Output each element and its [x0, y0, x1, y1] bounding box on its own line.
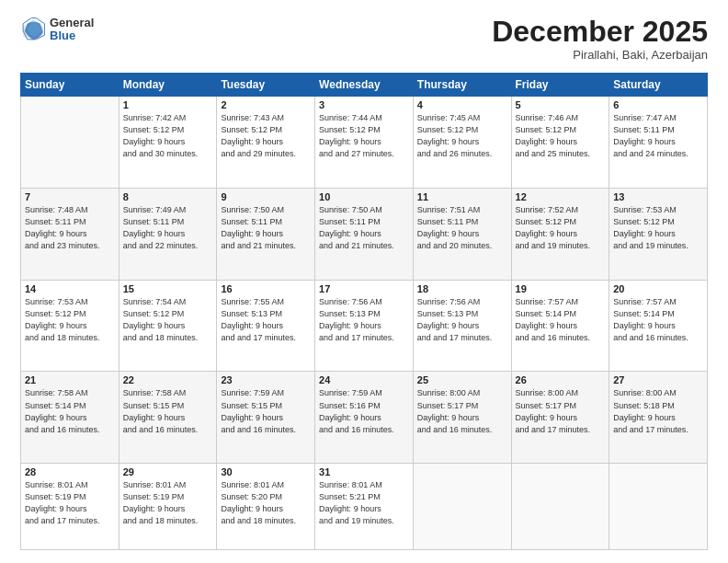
- table-row: [413, 464, 511, 550]
- day-number: 28: [25, 466, 115, 477]
- cell-content: Sunrise: 8:01 AMSunset: 5:21 PMDaylight:…: [319, 479, 409, 527]
- table-row: 28Sunrise: 8:01 AMSunset: 5:19 PMDayligh…: [21, 464, 119, 550]
- cell-content: Sunrise: 7:50 AMSunset: 5:11 PMDaylight:…: [319, 204, 409, 252]
- table-row: 5Sunrise: 7:46 AMSunset: 5:12 PMDaylight…: [511, 97, 609, 189]
- cell-content: Sunrise: 7:52 AMSunset: 5:12 PMDaylight:…: [516, 204, 606, 252]
- day-number: 13: [613, 191, 703, 202]
- table-row: 21Sunrise: 7:58 AMSunset: 5:14 PMDayligh…: [21, 372, 119, 464]
- table-row: 29Sunrise: 8:01 AMSunset: 5:19 PMDayligh…: [119, 464, 217, 550]
- table-row: 6Sunrise: 7:47 AMSunset: 5:11 PMDaylight…: [609, 97, 708, 189]
- table-row: 26Sunrise: 8:00 AMSunset: 5:17 PMDayligh…: [511, 372, 609, 464]
- col-thursday: Thursday: [413, 74, 511, 97]
- day-number: 20: [613, 283, 703, 294]
- day-number: 9: [221, 191, 311, 202]
- table-row: [511, 464, 609, 550]
- table-row: 15Sunrise: 7:54 AMSunset: 5:12 PMDayligh…: [119, 280, 217, 372]
- day-number: 26: [516, 374, 606, 385]
- cell-content: Sunrise: 7:58 AMSunset: 5:14 PMDaylight:…: [25, 387, 115, 435]
- table-row: [21, 97, 119, 189]
- day-number: 1: [123, 99, 213, 110]
- day-number: 6: [613, 99, 703, 110]
- day-number: 21: [25, 374, 115, 385]
- table-row: 13Sunrise: 7:53 AMSunset: 5:12 PMDayligh…: [609, 188, 708, 280]
- table-row: 17Sunrise: 7:56 AMSunset: 5:13 PMDayligh…: [315, 280, 414, 372]
- table-row: 27Sunrise: 8:00 AMSunset: 5:18 PMDayligh…: [609, 372, 708, 464]
- cell-content: Sunrise: 7:48 AMSunset: 5:11 PMDaylight:…: [25, 204, 115, 252]
- table-row: 4Sunrise: 7:45 AMSunset: 5:12 PMDaylight…: [413, 97, 511, 189]
- cell-content: Sunrise: 8:01 AMSunset: 5:19 PMDaylight:…: [123, 479, 213, 527]
- cell-content: Sunrise: 7:57 AMSunset: 5:14 PMDaylight:…: [516, 296, 606, 344]
- table-row: [609, 464, 708, 550]
- day-number: 24: [319, 374, 409, 385]
- col-sunday: Sunday: [21, 74, 119, 97]
- col-saturday: Saturday: [609, 74, 708, 97]
- day-number: 15: [123, 283, 213, 294]
- month-title: December 2025: [492, 17, 708, 46]
- day-number: 2: [221, 99, 311, 110]
- col-wednesday: Wednesday: [315, 74, 414, 97]
- cell-content: Sunrise: 7:59 AMSunset: 5:16 PMDaylight:…: [319, 387, 409, 435]
- cell-content: Sunrise: 8:01 AMSunset: 5:20 PMDaylight:…: [221, 479, 311, 527]
- cell-content: Sunrise: 7:57 AMSunset: 5:14 PMDaylight:…: [613, 296, 703, 344]
- cell-content: Sunrise: 7:46 AMSunset: 5:12 PMDaylight:…: [516, 112, 606, 160]
- day-number: 22: [123, 374, 213, 385]
- day-number: 23: [221, 374, 311, 385]
- logo-general-text: General: [50, 17, 94, 29]
- cell-content: Sunrise: 7:50 AMSunset: 5:11 PMDaylight:…: [221, 204, 311, 252]
- day-number: 11: [417, 191, 507, 202]
- table-row: 12Sunrise: 7:52 AMSunset: 5:12 PMDayligh…: [511, 188, 609, 280]
- cell-content: Sunrise: 8:00 AMSunset: 5:18 PMDaylight:…: [613, 387, 703, 435]
- table-row: 14Sunrise: 7:53 AMSunset: 5:12 PMDayligh…: [21, 280, 119, 372]
- col-monday: Monday: [119, 74, 217, 97]
- table-row: 18Sunrise: 7:56 AMSunset: 5:13 PMDayligh…: [413, 280, 511, 372]
- cell-content: Sunrise: 7:53 AMSunset: 5:12 PMDaylight:…: [613, 204, 703, 252]
- day-number: 10: [319, 191, 409, 202]
- cell-content: Sunrise: 8:01 AMSunset: 5:19 PMDaylight:…: [25, 479, 115, 527]
- day-number: 29: [123, 466, 213, 477]
- col-tuesday: Tuesday: [217, 74, 315, 97]
- table-row: 20Sunrise: 7:57 AMSunset: 5:14 PMDayligh…: [609, 280, 708, 372]
- table-row: 30Sunrise: 8:01 AMSunset: 5:20 PMDayligh…: [217, 464, 315, 550]
- day-number: 16: [221, 283, 311, 294]
- logo-blue-text: Blue: [50, 29, 94, 42]
- cell-content: Sunrise: 7:54 AMSunset: 5:12 PMDaylight:…: [123, 296, 213, 344]
- table-row: 9Sunrise: 7:50 AMSunset: 5:11 PMDaylight…: [217, 188, 315, 280]
- table-row: 7Sunrise: 7:48 AMSunset: 5:11 PMDaylight…: [21, 188, 119, 280]
- cell-content: Sunrise: 7:55 AMSunset: 5:13 PMDaylight:…: [221, 296, 311, 344]
- day-number: 4: [417, 99, 507, 110]
- day-number: 17: [319, 283, 409, 294]
- day-number: 25: [417, 374, 507, 385]
- day-number: 27: [613, 374, 703, 385]
- cell-content: Sunrise: 7:56 AMSunset: 5:13 PMDaylight:…: [417, 296, 507, 344]
- logo-text: General Blue: [50, 17, 94, 43]
- table-row: 3Sunrise: 7:44 AMSunset: 5:12 PMDaylight…: [315, 97, 414, 189]
- logo-icon: [20, 17, 46, 42]
- cell-content: Sunrise: 7:56 AMSunset: 5:13 PMDaylight:…: [319, 296, 409, 344]
- cell-content: Sunrise: 7:59 AMSunset: 5:15 PMDaylight:…: [221, 387, 311, 435]
- cell-content: Sunrise: 7:45 AMSunset: 5:12 PMDaylight:…: [417, 112, 507, 160]
- cell-content: Sunrise: 7:53 AMSunset: 5:12 PMDaylight:…: [25, 296, 115, 344]
- table-row: 1Sunrise: 7:42 AMSunset: 5:12 PMDaylight…: [119, 97, 217, 189]
- day-number: 31: [319, 466, 409, 477]
- cell-content: Sunrise: 8:00 AMSunset: 5:17 PMDaylight:…: [417, 387, 507, 435]
- cell-content: Sunrise: 7:51 AMSunset: 5:11 PMDaylight:…: [417, 204, 507, 252]
- logo: General Blue: [20, 17, 94, 43]
- day-number: 7: [25, 191, 115, 202]
- day-number: 3: [319, 99, 409, 110]
- table-row: 31Sunrise: 8:01 AMSunset: 5:21 PMDayligh…: [315, 464, 414, 550]
- cell-content: Sunrise: 7:49 AMSunset: 5:11 PMDaylight:…: [123, 204, 213, 252]
- table-row: 2Sunrise: 7:43 AMSunset: 5:12 PMDaylight…: [217, 97, 315, 189]
- table-row: 24Sunrise: 7:59 AMSunset: 5:16 PMDayligh…: [315, 372, 414, 464]
- cell-content: Sunrise: 7:43 AMSunset: 5:12 PMDaylight:…: [221, 112, 311, 160]
- cell-content: Sunrise: 7:58 AMSunset: 5:15 PMDaylight:…: [123, 387, 213, 435]
- cell-content: Sunrise: 8:00 AMSunset: 5:17 PMDaylight:…: [516, 387, 606, 435]
- table-row: 16Sunrise: 7:55 AMSunset: 5:13 PMDayligh…: [217, 280, 315, 372]
- table-row: 19Sunrise: 7:57 AMSunset: 5:14 PMDayligh…: [511, 280, 609, 372]
- day-number: 30: [221, 466, 311, 477]
- day-number: 14: [25, 283, 115, 294]
- cell-content: Sunrise: 7:47 AMSunset: 5:11 PMDaylight:…: [613, 112, 703, 160]
- table-row: 23Sunrise: 7:59 AMSunset: 5:15 PMDayligh…: [217, 372, 315, 464]
- table-row: 10Sunrise: 7:50 AMSunset: 5:11 PMDayligh…: [315, 188, 414, 280]
- day-number: 12: [516, 191, 606, 202]
- calendar-header-row: Sunday Monday Tuesday Wednesday Thursday…: [21, 74, 708, 97]
